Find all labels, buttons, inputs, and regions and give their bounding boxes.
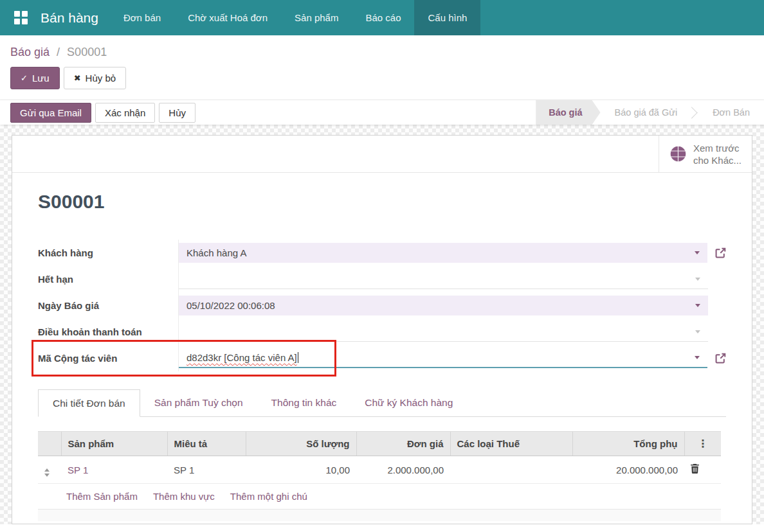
field-label-quotation-date: Ngày Báo giá <box>38 300 178 311</box>
cell-quantity[interactable]: 10,00 <box>246 456 356 484</box>
app-name[interactable]: Bán hàng <box>32 0 110 35</box>
cell-description[interactable]: SP 1 <box>167 456 246 484</box>
nav-item-orders[interactable]: Đơn bán <box>110 0 174 35</box>
status-pipeline: Báo giá Báo giá đã Gửi Đơn Bán <box>536 100 764 125</box>
tab-order-lines[interactable]: Chi tiết Đơn bán <box>38 389 140 417</box>
sheet-header: Xem trước cho Khác... <box>12 136 752 173</box>
form-sheet: Xem trước cho Khác... S00001 Khách hàng … <box>12 135 752 524</box>
nav-item-reporting[interactable]: Báo cáo <box>352 0 414 35</box>
check-icon: ✓ <box>21 73 28 83</box>
save-button-label: Lưu <box>32 73 50 84</box>
edit-buttons: ✓ Lưu ✖ Hủy bỏ <box>10 67 754 100</box>
discard-button[interactable]: ✖ Hủy bỏ <box>64 67 126 89</box>
form-view-background: Xem trước cho Khác... S00001 Khách hàng … <box>0 125 764 524</box>
column-description[interactable]: Miêu tả <box>167 432 246 456</box>
globe-icon <box>669 145 687 163</box>
apps-menu-button[interactable] <box>10 0 32 35</box>
control-panel: Báo giá / S00001 ✓ Lưu ✖ Hủy bỏ <box>0 35 764 100</box>
quotation-date-input[interactable]: 05/10/2022 00:06:08 <box>179 296 708 315</box>
caret-down-icon[interactable] <box>695 304 700 307</box>
cancel-button[interactable]: Hủy <box>159 103 196 123</box>
nav-item-to-invoice[interactable]: Chờ xuất Hoá đơn <box>174 0 281 35</box>
table-header-row: Sản phẩm Miêu tả Số lượng Đơn giá Các lo… <box>38 432 721 456</box>
text-cursor <box>298 352 298 363</box>
stage-quotation[interactable]: Báo giá <box>536 100 600 125</box>
sheet-body: S00001 Khách hàng Khách hàng A <box>12 191 752 521</box>
tab-other-info[interactable]: Thông tin khác <box>257 389 351 416</box>
breadcrumb: Báo giá / S00001 <box>10 46 754 59</box>
breadcrumb-current: S00001 <box>67 46 107 58</box>
field-row-customer: Khách hàng Khách hàng A <box>38 240 726 266</box>
notebook-tabs: Chi tiết Đơn bán Sản phẩm Tuỳ chọn Thông… <box>38 389 726 417</box>
drag-handle-icon[interactable] <box>44 468 50 477</box>
payment-terms-input[interactable] <box>179 322 708 342</box>
external-link-icon[interactable] <box>715 247 726 258</box>
order-line-row: SP 1 SP 1 10,00 2.000.000,00 20.000.000,… <box>38 456 721 484</box>
customer-preview-button[interactable]: Xem trước cho Khác... <box>659 136 752 172</box>
optional-columns-icon[interactable]: ⋮ <box>684 432 721 456</box>
caret-down-icon[interactable] <box>695 278 700 281</box>
cell-product[interactable]: SP 1 <box>61 456 167 484</box>
cell-taxes[interactable] <box>450 456 572 484</box>
field-label-collaborator-code: Mã Cộng tác viên <box>38 353 178 364</box>
tab-customer-signature[interactable]: Chữ ký Khách hàng <box>350 389 467 416</box>
field-row-quotation-date: Ngày Báo giá 05/10/2022 00:06:08 <box>38 292 726 319</box>
delete-row-icon[interactable] <box>691 464 699 474</box>
table-footer-links: Thêm Sản phẩm Thêm khu vực Thêm một ghi … <box>38 484 721 510</box>
external-link-icon[interactable] <box>715 353 726 364</box>
statusbar-actions: Gửi qua Email Xác nhận Hủy <box>10 100 196 125</box>
column-handle <box>38 432 61 456</box>
breadcrumb-parent-link[interactable]: Báo giá <box>10 46 50 58</box>
column-quantity[interactable]: Số lượng <box>246 432 356 456</box>
column-unit-price[interactable]: Đơn giá <box>356 432 450 456</box>
add-note-link[interactable]: Thêm một ghi chú <box>230 491 307 502</box>
stage-quotation-sent[interactable]: Báo giá đã Gửi <box>601 100 692 125</box>
top-navbar: Bán hàng Đơn bán Chờ xuất Hoá đơn Sản ph… <box>0 0 764 35</box>
preview-label-line2: cho Khác... <box>693 154 741 166</box>
caret-down-icon[interactable] <box>695 330 700 333</box>
apps-grid-icon <box>14 11 28 24</box>
collaborator-code-input[interactable]: d82d3kr [Công tác viên A] <box>179 348 707 368</box>
cell-unit-price[interactable]: 2.000.000,00 <box>356 456 450 484</box>
send-by-email-button[interactable]: Gửi qua Email <box>10 103 91 123</box>
expiration-input[interactable] <box>179 269 708 289</box>
column-product[interactable]: Sản phẩm <box>61 432 167 456</box>
save-button[interactable]: ✓ Lưu <box>10 67 60 89</box>
caret-down-icon[interactable] <box>695 356 700 359</box>
field-label-customer: Khách hàng <box>38 247 178 258</box>
cell-subtotal[interactable]: 20.000.000,00 <box>572 456 684 484</box>
close-icon: ✖ <box>74 73 81 83</box>
customer-input[interactable]: Khách hàng A <box>179 243 707 263</box>
field-group: Khách hàng Khách hàng A <box>38 240 726 371</box>
confirm-button[interactable]: Xác nhận <box>95 103 155 123</box>
order-lines-table: Sản phẩm Miêu tả Số lượng Đơn giá Các lo… <box>38 431 721 521</box>
add-product-link[interactable]: Thêm Sản phẩm <box>66 491 138 502</box>
field-row-expiration: Hết hạn <box>38 266 726 292</box>
totals-section-start <box>38 510 721 521</box>
column-subtotal[interactable]: Tổng phụ <box>572 432 684 456</box>
discard-button-label: Hủy bỏ <box>86 73 116 84</box>
nav-item-configuration[interactable]: Cấu hình <box>414 0 480 35</box>
column-taxes[interactable]: Các loại Thuế <box>450 432 572 456</box>
field-label-payment-terms: Điều khoản thanh toán <box>38 326 178 337</box>
nav-item-products[interactable]: Sản phẩm <box>281 0 352 35</box>
tab-optional-products[interactable]: Sản phẩm Tuỳ chọn <box>140 389 257 416</box>
statusbar: Gửi qua Email Xác nhận Hủy Báo giá Báo g… <box>0 100 764 125</box>
record-title: S00001 <box>38 191 726 213</box>
field-row-collaborator-code: Mã Cộng tác viên d82d3kr [Công tác viên … <box>38 345 726 371</box>
add-section-link[interactable]: Thêm khu vực <box>153 491 215 502</box>
stage-sales-order[interactable]: Đơn Bán <box>698 100 764 125</box>
field-row-payment-terms: Điều khoản thanh toán <box>38 319 726 345</box>
preview-label-line1: Xem trước <box>693 142 741 154</box>
breadcrumb-separator: / <box>57 46 60 58</box>
field-label-expiration: Hết hạn <box>38 274 178 285</box>
caret-down-icon[interactable] <box>695 251 700 254</box>
